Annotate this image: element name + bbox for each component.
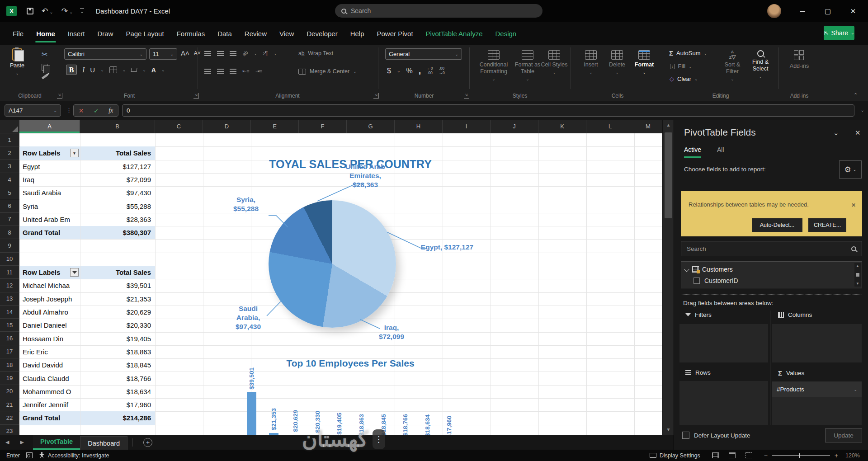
ribbon-tab-design[interactable]: Design xyxy=(489,22,523,45)
row-header-20[interactable]: 20 xyxy=(0,385,19,398)
column-header-G[interactable]: G xyxy=(347,120,395,133)
row-header-23[interactable]: 23 xyxy=(0,425,19,435)
ribbon-tab-file[interactable]: File xyxy=(6,22,30,45)
filter-dropdown-icon[interactable]: ▾ xyxy=(70,149,79,157)
auto-detect-button[interactable]: Auto-Detect... xyxy=(752,218,802,232)
row-header-15[interactable]: 15 xyxy=(0,319,19,332)
fill-color-icon[interactable] xyxy=(131,68,137,72)
sort-filter-button[interactable]: AZ▽ Sort & Filter⌄ xyxy=(719,50,746,82)
align-center-icon[interactable] xyxy=(217,69,224,74)
decrease-indent-icon[interactable]: ⇤≡ xyxy=(242,68,250,74)
increase-decimal-icon[interactable]: ←0.00 xyxy=(427,66,433,75)
row-header-12[interactable]: 12 xyxy=(0,279,19,292)
create-button[interactable]: CREATE... xyxy=(808,218,846,232)
number-format-combo[interactable]: General⌄ xyxy=(385,48,462,60)
formula-input[interactable]: 0 xyxy=(122,104,854,117)
share-button[interactable]: ⇱ Share ⌄ xyxy=(824,26,854,40)
cell-B6[interactable]: $55,288 xyxy=(80,200,155,213)
delete-cells-button[interactable]: Delete⌄ xyxy=(605,50,629,75)
page-layout-view-icon[interactable] xyxy=(729,452,736,458)
row-header-11[interactable]: 11 xyxy=(0,266,19,279)
name-box-splitter[interactable]: ⋮ xyxy=(66,107,72,113)
cell-B17[interactable]: $18,863 xyxy=(80,345,155,358)
display-settings[interactable]: Display Settings xyxy=(650,452,700,459)
increase-indent-icon[interactable]: ⇥≡ xyxy=(255,68,263,74)
italic-button[interactable]: I xyxy=(82,66,85,74)
row-header-5[interactable]: 5 xyxy=(0,186,19,199)
next-sheet-icon[interactable]: ▶ xyxy=(14,439,29,445)
scrollbar-thumb[interactable] xyxy=(665,132,672,218)
ribbon-tab-developer[interactable]: Developer xyxy=(300,22,344,45)
wrap-text-button[interactable]: Wrap Text xyxy=(308,50,333,56)
rows-area-dropzone[interactable] xyxy=(679,381,768,425)
borders-icon[interactable] xyxy=(109,66,117,73)
save-icon[interactable] xyxy=(27,8,33,14)
column-header-C[interactable]: C xyxy=(155,120,203,133)
fields-search-input[interactable]: Search xyxy=(681,241,862,256)
defer-layout-checkbox[interactable] xyxy=(682,432,689,439)
align-bottom-icon[interactable] xyxy=(230,51,236,56)
paste-button[interactable]: Paste⌄ xyxy=(10,48,24,76)
cell-B5[interactable]: $97,430 xyxy=(80,186,155,199)
ribbon-tab-data[interactable]: Data xyxy=(211,22,238,45)
redo-icon[interactable]: ↷⌄ xyxy=(61,6,73,16)
close-button[interactable]: ✕ xyxy=(843,0,863,22)
cell-B4[interactable]: $72,099 xyxy=(80,173,155,186)
column-header-I[interactable]: I xyxy=(443,120,491,133)
cell-A3[interactable]: Egypt xyxy=(20,160,80,173)
column-header-D[interactable]: D xyxy=(203,120,251,133)
font-size-combo[interactable]: 11⌄ xyxy=(149,48,177,60)
cell-A19[interactable]: Claudia Claudd xyxy=(20,372,80,385)
scroll-up-icon[interactable]: ▲ xyxy=(663,122,674,127)
cell-B21[interactable]: $17,960 xyxy=(80,398,155,411)
cell-A6[interactable]: Syria xyxy=(20,200,80,213)
bold-button[interactable]: B xyxy=(66,65,77,75)
pane-close-icon[interactable]: ✕ xyxy=(855,129,861,137)
user-avatar[interactable] xyxy=(767,4,781,18)
pie-chart[interactable] xyxy=(269,200,396,328)
sheet-tab-dashboard[interactable]: Dashboard xyxy=(80,436,127,450)
cell-A11[interactable]: Row Labels xyxy=(20,266,80,279)
cell-A2[interactable]: Row Labels▾ xyxy=(20,146,80,160)
clear-button[interactable]: Clear xyxy=(677,75,691,82)
align-top-icon[interactable] xyxy=(204,51,211,56)
row-header-1[interactable]: 1 xyxy=(0,133,19,146)
row-header-9[interactable]: 9 xyxy=(0,239,19,252)
cell-B20[interactable]: $18,634 xyxy=(80,385,155,398)
zoom-in-icon[interactable]: + xyxy=(835,452,838,459)
column-header-B[interactable]: B xyxy=(80,120,155,133)
underline-button[interactable]: U xyxy=(90,66,95,74)
insert-function-icon[interactable]: fx xyxy=(108,107,113,114)
minimize-button[interactable]: ─ xyxy=(792,0,813,22)
column-header-L[interactable]: L xyxy=(586,120,634,133)
format-cells-button[interactable]: Format⌄ xyxy=(631,50,657,75)
comma-format-icon[interactable]: , xyxy=(419,66,421,76)
tab-active[interactable]: Active xyxy=(684,146,701,158)
row-header-17[interactable]: 17 xyxy=(0,345,19,358)
columns-area-dropzone[interactable] xyxy=(772,324,862,362)
dialog-launcher-icon[interactable]: ⇲ xyxy=(464,93,469,99)
row-header-6[interactable]: 6 xyxy=(0,200,19,213)
cell-A21[interactable]: Jennifer Jenniif xyxy=(20,398,80,411)
column-header-A[interactable]: A xyxy=(19,120,80,133)
font-color-icon[interactable]: A xyxy=(151,66,156,74)
vertical-scrollbar[interactable]: ▲ ▼ xyxy=(662,120,674,435)
tab-all[interactable]: All xyxy=(717,146,724,153)
cell-styles-button[interactable]: Cell Styles⌄ xyxy=(541,50,568,75)
text-direction-icon[interactable]: ›¶ xyxy=(263,50,268,56)
percent-format-icon[interactable]: % xyxy=(406,67,412,75)
pane-options-chevron-icon[interactable]: ⌄ xyxy=(833,129,839,137)
cell-B14[interactable]: $20,629 xyxy=(80,306,155,319)
zoom-out-icon[interactable]: − xyxy=(764,452,768,459)
cut-icon[interactable]: ✂ xyxy=(42,50,47,59)
row-header-10[interactable]: 10 xyxy=(0,253,19,266)
macro-record-icon[interactable] xyxy=(26,452,33,458)
dialog-launcher-icon[interactable]: ⇲ xyxy=(193,93,199,99)
sheet-tab-pivottable[interactable]: PivotTable xyxy=(33,435,80,450)
accessibility-status[interactable]: Accessibility: Investigate xyxy=(39,452,109,459)
cell-B2[interactable]: Total Sales xyxy=(80,146,155,160)
cell-A17[interactable]: Eric Eric xyxy=(20,345,80,358)
ribbon-tab-review[interactable]: Review xyxy=(238,22,273,45)
row-header-22[interactable]: 22 xyxy=(0,411,19,424)
copy-icon[interactable] xyxy=(42,64,47,71)
